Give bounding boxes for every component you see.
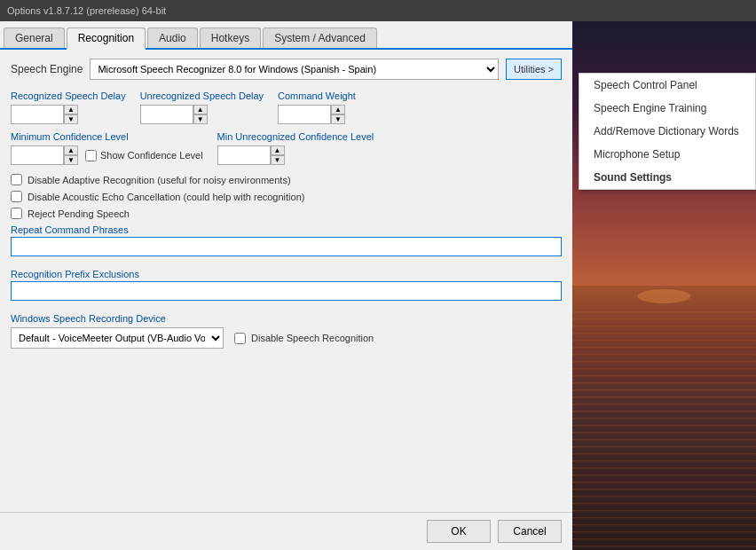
min-unrecognized-spinner: 50 ▲ ▼ <box>217 145 562 165</box>
disable-acoustic-label: Disable Acoustic Echo Cancellation (coul… <box>28 192 304 202</box>
command-weight-group: Command Weight 50 ▲ ▼ <box>278 90 356 124</box>
repeat-command-section: Repeat Command Phrases <box>11 224 562 263</box>
content-area: Speech Engine Microsoft Speech Recognize… <box>0 50 572 512</box>
unrecognized-delay-spinner: 250 ▲ ▼ <box>140 105 264 124</box>
unrecognized-delay-spinner-btns: ▲ ▼ <box>193 105 208 124</box>
unrecognized-delay-input[interactable]: 250 <box>140 105 193 124</box>
disable-acoustic-row: Disable Acoustic Echo Cancellation (coul… <box>11 191 562 202</box>
min-unrecognized-down[interactable]: ▼ <box>271 155 285 165</box>
command-weight-input[interactable]: 50 <box>278 105 331 124</box>
bottom-bar: OK Cancel <box>0 512 572 550</box>
tab-general[interactable]: General <box>4 28 65 48</box>
recognized-delay-group: Recognized Speech Delay 0 ▲ ▼ <box>11 90 126 124</box>
recognized-delay-spinner: 0 ▲ ▼ <box>11 105 126 124</box>
tab-recognition[interactable]: Recognition <box>67 28 146 50</box>
show-confidence-checkbox-label[interactable]: Show Confidence Level <box>85 150 203 161</box>
utilities-dropdown: Speech Control Panel Speech Engine Train… <box>579 73 756 190</box>
disable-adaptive-label: Disable Adaptive Recognition (useful for… <box>28 175 291 185</box>
unrecognized-delay-group: Unrecognized Speech Delay 250 ▲ ▼ <box>140 90 264 124</box>
command-weight-spinner-btns: ▲ ▼ <box>331 105 345 124</box>
reject-pending-row: Reject Pending Speech <box>11 208 562 219</box>
ok-button[interactable]: OK <box>427 520 491 543</box>
utilities-button[interactable]: Utilities > <box>506 59 562 80</box>
speech-engine-label: Speech Engine <box>11 63 83 75</box>
disable-adaptive-checkbox[interactable] <box>11 174 22 185</box>
recognized-delay-input[interactable]: 0 <box>11 105 64 124</box>
command-weight-up[interactable]: ▲ <box>331 105 345 114</box>
reject-pending-label: Reject Pending Speech <box>28 208 130 219</box>
options-panel: General Recognition Audio Hotkeys System… <box>0 21 572 550</box>
background-panel: Speech Control Panel Speech Engine Train… <box>572 21 756 550</box>
cancel-button[interactable]: Cancel <box>498 520 562 543</box>
speech-engine-row: Speech Engine Microsoft Speech Recognize… <box>11 59 562 80</box>
titlebar-text: Options v1.8.7.12 (prerelease) 64-bit <box>7 5 166 16</box>
disable-adaptive-row: Disable Adaptive Recognition (useful for… <box>11 174 562 185</box>
device-row: Default - VoiceMeeter Output (VB-Audio V… <box>11 327 562 349</box>
confidence-row: Minimum Confidence Level 0 ▲ ▼ Show Conf… <box>11 131 562 165</box>
speech-engine-select[interactable]: Microsoft Speech Recognizer 8.0 for Wind… <box>90 59 499 80</box>
min-confidence-input[interactable]: 0 <box>11 145 64 165</box>
min-confidence-group: Minimum Confidence Level 0 ▲ ▼ Show Conf… <box>11 131 203 165</box>
unrecognized-delay-label: Unrecognized Speech Delay <box>140 90 264 101</box>
prefix-exclusions-input[interactable]: if;but;the;but the <box>11 281 562 301</box>
recording-device-label: Windows Speech Recording Device <box>11 313 562 324</box>
repeat-command-label: Repeat Command Phrases <box>11 224 562 235</box>
recording-device-section: Windows Speech Recording Device Default … <box>11 313 562 349</box>
dropdown-add-remove-dictionary[interactable]: Add/Remove Dictionary Words <box>579 120 755 143</box>
titlebar: Options v1.8.7.12 (prerelease) 64-bit <box>0 0 756 21</box>
prefix-exclusions-label: Recognition Prefix Exclusions <box>11 269 562 279</box>
min-confidence-label: Minimum Confidence Level <box>11 131 203 142</box>
tab-hotkeys[interactable]: Hotkeys <box>200 28 261 48</box>
command-weight-label: Command Weight <box>278 90 356 101</box>
recognized-delay-up[interactable]: ▲ <box>64 105 78 114</box>
min-confidence-down[interactable]: ▼ <box>64 155 78 165</box>
prefix-exclusions-section: Recognition Prefix Exclusions if;but;the… <box>11 269 562 308</box>
min-unrecognized-up[interactable]: ▲ <box>271 145 285 155</box>
disable-speech-label: Disable Speech Recognition <box>251 333 374 343</box>
disable-acoustic-checkbox[interactable] <box>11 191 22 202</box>
show-confidence-text: Show Confidence Level <box>100 150 203 161</box>
command-weight-spinner: 50 ▲ ▼ <box>278 105 356 124</box>
repeat-command-input[interactable] <box>11 237 562 256</box>
show-confidence-checkbox[interactable] <box>85 150 97 161</box>
recognized-delay-spinner-btns: ▲ ▼ <box>64 105 78 124</box>
dropdown-sound-settings[interactable]: Sound Settings <box>579 166 755 189</box>
unrecognized-delay-up[interactable]: ▲ <box>193 105 208 114</box>
min-unrecognized-spinner-btns: ▲ ▼ <box>271 145 285 165</box>
recognized-delay-label: Recognized Speech Delay <box>11 90 126 101</box>
min-unrecognized-group: Min Unrecognized Confidence Level 50 ▲ ▼ <box>217 131 562 165</box>
unrecognized-delay-down[interactable]: ▼ <box>193 114 208 124</box>
min-unrecognized-label: Min Unrecognized Confidence Level <box>217 131 562 142</box>
device-select[interactable]: Default - VoiceMeeter Output (VB-Audio V… <box>11 327 224 349</box>
command-weight-down[interactable]: ▼ <box>331 114 345 124</box>
tab-system-advanced[interactable]: System / Advanced <box>263 28 377 48</box>
min-confidence-up[interactable]: ▲ <box>64 145 78 155</box>
dropdown-speech-control-panel[interactable]: Speech Control Panel <box>579 74 755 97</box>
tab-audio[interactable]: Audio <box>147 28 198 48</box>
delays-row: Recognized Speech Delay 0 ▲ ▼ Unrecogniz… <box>11 90 562 124</box>
min-confidence-spinner: 0 ▲ ▼ <box>11 145 78 165</box>
tab-bar: General Recognition Audio Hotkeys System… <box>0 21 572 50</box>
disable-speech-row: Disable Speech Recognition <box>234 333 374 344</box>
min-confidence-spinner-btns: ▲ ▼ <box>64 145 78 165</box>
min-unrecognized-input[interactable]: 50 <box>217 145 271 165</box>
min-confidence-inputs: 0 ▲ ▼ Show Confidence Level <box>11 145 203 165</box>
reject-pending-checkbox[interactable] <box>11 208 22 219</box>
recognized-delay-down[interactable]: ▼ <box>64 114 78 124</box>
dropdown-speech-engine-training[interactable]: Speech Engine Training <box>579 97 755 120</box>
dropdown-microphone-setup[interactable]: Microphone Setup <box>579 143 755 166</box>
disable-speech-checkbox[interactable] <box>234 333 246 344</box>
